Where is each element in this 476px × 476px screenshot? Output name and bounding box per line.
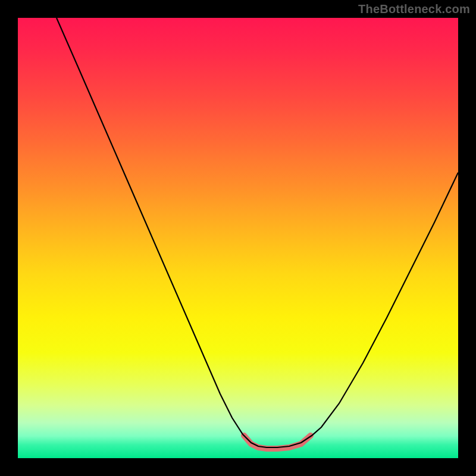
flat-accent-path <box>244 436 311 449</box>
main-curve-path <box>57 18 458 447</box>
chart-frame: TheBottleneck.com <box>0 0 476 476</box>
plot-area <box>18 18 458 458</box>
curves-layer <box>18 18 458 458</box>
watermark-text: TheBottleneck.com <box>358 2 470 16</box>
